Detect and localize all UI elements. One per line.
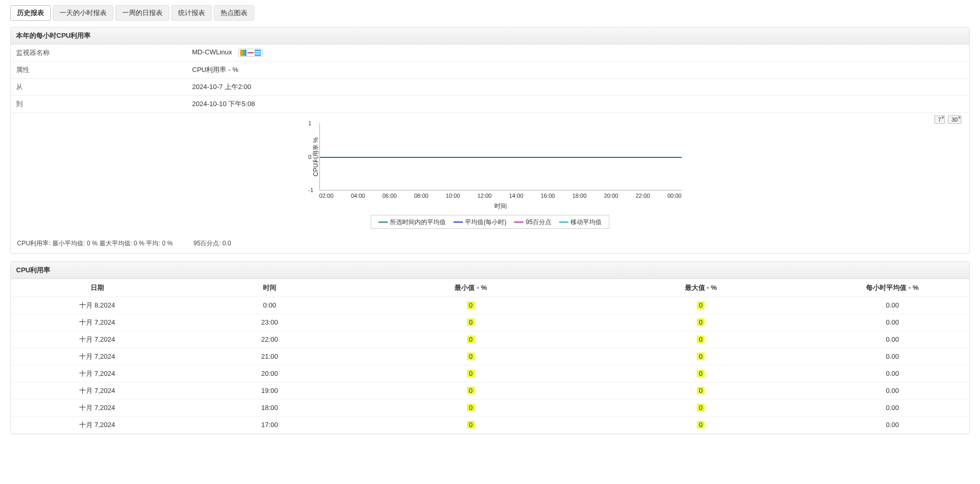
highlighted-value: 0 [697, 318, 705, 326]
cell-max: 0 [586, 331, 816, 348]
x-tick: 02:00 [319, 193, 334, 199]
x-tick: 04:00 [351, 193, 365, 199]
x-axis-label: 时间 [319, 202, 682, 211]
cell-date: 十月 7,2024 [11, 416, 183, 433]
cell-time: 19:00 [183, 382, 356, 399]
to-value: 2024-10-10 下午5:08 [187, 96, 969, 112]
highlighted-value: 0 [467, 353, 475, 360]
highlighted-value: 0 [467, 370, 475, 377]
tab-history[interactable]: 历史报表 [10, 5, 51, 21]
line-chart-icon[interactable] [247, 50, 254, 56]
cpu-data-table: 日期 时间 最小值 - % 最大值 - % 每小时平均值 - % 十月 8,20… [11, 279, 969, 434]
legend-item[interactable]: 平均值(每小时) [454, 218, 506, 227]
highlighted-value: 0 [697, 370, 705, 377]
monitor-name-label: 监视器名称 [11, 45, 187, 61]
highlighted-value: 0 [697, 335, 705, 343]
cell-avg: 0.00 [816, 365, 969, 382]
x-tick: 20:00 [604, 193, 619, 199]
cell-date: 十月 8,2024 [11, 297, 183, 314]
chart-type-icons[interactable] [238, 49, 263, 57]
info-row-from: 从 2024-10-7 上午2:00 [11, 79, 969, 96]
chart-series-line [320, 157, 682, 158]
cell-max: 0 [586, 399, 816, 416]
data-panel: CPU利用率 日期 时间 最小值 - % 最大值 - % 每小时平均值 - % … [10, 261, 970, 434]
x-tick: 14:00 [509, 193, 523, 199]
col-max[interactable]: 最大值 - % [586, 279, 816, 297]
x-tick: 16:00 [540, 193, 555, 199]
legend-swatch [454, 222, 463, 223]
legend-label: 移动平均值 [571, 218, 602, 227]
from-label: 从 [11, 79, 187, 95]
cell-avg: 0.00 [816, 331, 969, 348]
cell-max: 0 [586, 348, 816, 365]
tab-daily-week[interactable]: 一周的日报表 [115, 5, 169, 21]
y-tick-top: 1 [309, 120, 312, 126]
highlighted-value: 0 [467, 301, 475, 309]
chart-plot[interactable]: CPU利用率 % 1 0 -1 [319, 123, 682, 190]
cell-min: 0 [356, 297, 586, 314]
x-tick: 10:00 [446, 193, 460, 199]
cell-time: 17:00 [183, 416, 356, 433]
x-tick: 18:00 [573, 193, 587, 199]
cell-date: 十月 7,2024 [11, 365, 183, 382]
col-time[interactable]: 时间 [183, 279, 356, 297]
range-30-button[interactable]: 30 [948, 115, 961, 124]
tab-hourly-day[interactable]: 一天的小时报表 [53, 5, 113, 21]
highlighted-value: 0 [467, 318, 475, 326]
highlighted-value: 0 [697, 301, 705, 309]
y-axis-label: CPU利用率 % [312, 137, 320, 176]
chart-legend: 所选时间内的平均值 平均值(每小时) 95百分点 移动平均值 [371, 215, 609, 229]
info-row-monitor: 监视器名称 MD-CWLinux [11, 45, 969, 62]
x-tick: 08:00 [414, 193, 429, 199]
highlighted-value: 0 [697, 387, 705, 394]
cell-avg: 0.00 [816, 297, 969, 314]
grid-chart-icon[interactable] [255, 50, 261, 56]
col-avg[interactable]: 每小时平均值 - % [816, 279, 969, 297]
x-tick: 12:00 [477, 193, 492, 199]
legend-label: 95百分点 [525, 218, 551, 227]
cell-min: 0 [356, 399, 586, 416]
highlighted-value: 0 [697, 421, 705, 429]
summary-panel: 本年的每小时CPU利用率 监视器名称 MD-CWLinux 属性 CPU利用率 … [10, 27, 970, 254]
cell-avg: 0.00 [816, 399, 969, 416]
cell-avg: 0.00 [816, 348, 969, 365]
cell-min: 0 [356, 382, 586, 399]
legend-label: 平均值(每小时) [465, 218, 506, 227]
cell-date: 十月 7,2024 [11, 382, 183, 399]
legend-item[interactable]: 所选时间内的平均值 [378, 218, 446, 227]
table-row: 十月 7,202422:00000.00 [11, 331, 969, 348]
cell-time: 18:00 [183, 399, 356, 416]
info-row-to: 到 2024-10-10 下午5:08 [11, 96, 969, 113]
cell-date: 十月 7,2024 [11, 314, 183, 331]
cell-time: 22:00 [183, 331, 356, 348]
table-row: 十月 7,202421:00000.00 [11, 348, 969, 365]
stats-cpu-summary: CPU利用率: 最小平均值: 0 % 最大平均值: 0 % 平均: 0 % [17, 239, 173, 248]
bar-chart-icon[interactable] [240, 50, 246, 56]
legend-swatch [559, 222, 568, 223]
info-row-attr: 属性 CPU利用率 - % [11, 62, 969, 79]
range-7-button[interactable]: 7 [934, 115, 945, 124]
tab-stats[interactable]: 统计报表 [171, 5, 212, 21]
legend-swatch [514, 222, 523, 223]
cell-date: 十月 7,2024 [11, 348, 183, 365]
legend-item[interactable]: 移动平均值 [559, 218, 602, 227]
col-date[interactable]: 日期 [11, 279, 183, 297]
cell-min: 0 [356, 365, 586, 382]
highlighted-value: 0 [697, 353, 705, 360]
x-ticks: 02:00 04:00 06:00 08:00 10:00 12:00 14:0… [319, 193, 682, 199]
legend-item[interactable]: 95百分点 [514, 218, 551, 227]
cell-min: 0 [356, 331, 586, 348]
cell-min: 0 [356, 348, 586, 365]
highlighted-value: 0 [467, 404, 475, 412]
x-tick: 06:00 [383, 193, 397, 199]
x-tick: 22:00 [636, 193, 650, 199]
table-row: 十月 8,20240:00000.00 [11, 297, 969, 314]
chart-container: 7 30 CPU利用率 % 1 0 -1 02:00 04:00 06:00 0… [11, 113, 969, 234]
col-min[interactable]: 最小值 - % [356, 279, 586, 297]
table-row: 十月 7,202417:00000.00 [11, 416, 969, 433]
cell-date: 十月 7,2024 [11, 331, 183, 348]
stats-summary-row: CPU利用率: 最小平均值: 0 % 最大平均值: 0 % 平均: 0 % 95… [11, 234, 969, 253]
highlighted-value: 0 [467, 387, 475, 394]
tab-hotspot[interactable]: 热点图表 [214, 5, 254, 21]
chart-area: CPU利用率 % 1 0 -1 02:00 04:00 06:00 08:00 … [294, 123, 687, 229]
